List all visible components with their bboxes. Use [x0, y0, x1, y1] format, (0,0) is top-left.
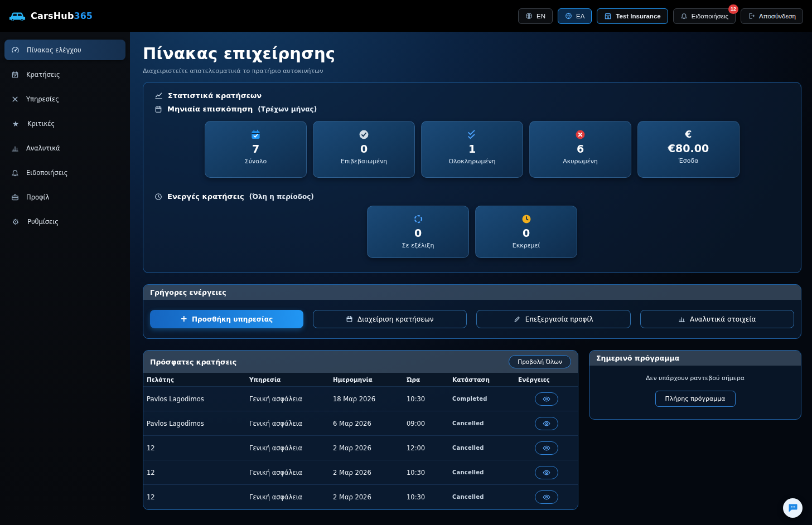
recent-bookings-title: Πρόσφατες κρατήσεις	[150, 358, 236, 366]
sidebar-item-dashboard[interactable]: Πίνακας ελέγχου	[4, 40, 125, 60]
eye-icon	[543, 444, 550, 452]
calendar-icon	[346, 315, 353, 323]
status-badge: Cancelled	[449, 460, 515, 485]
cell-date: 2 Μαρ 2026	[330, 485, 403, 509]
stat-value: 0	[360, 143, 368, 155]
cell-service: Γενική ασφάλεια	[246, 387, 330, 411]
sidebar-item-label: Αναλυτικά	[26, 144, 60, 152]
stat-label: Ακυρωμένη	[563, 158, 598, 165]
eye-icon	[543, 469, 550, 477]
brand[interactable]: CarsHub365	[9, 10, 93, 22]
today-schedule-body: Δεν υπάρχουν ραντεβού σήμερα Πλήρης πρόγ…	[589, 366, 801, 419]
stat-card-total: 7 Σύνολο	[205, 121, 307, 178]
store-icon	[604, 12, 612, 20]
lang-en-label: EN	[536, 13, 545, 20]
business-button[interactable]: Test Insurance	[597, 8, 668, 24]
stat-label: Σύνολο	[245, 158, 267, 165]
notifications-button[interactable]: Ειδοποιήσεις 12	[673, 8, 736, 24]
sidebar-item-label: Ειδοποιήσεις	[26, 169, 68, 177]
cell-customer: Pavlos Lagodimos	[143, 411, 246, 436]
sidebar-item-settings[interactable]: ⚙ Ρυθμίσεις	[4, 211, 125, 232]
stats-panel: Στατιστικά κρατήσεων Μηνιαία επισκόπηση …	[143, 82, 801, 273]
cell-customer: Pavlos Lagodimos	[143, 387, 246, 411]
sidebar-item-notifications[interactable]: Ειδοποιήσεις	[4, 162, 125, 183]
lang-el-label: ΕΛ	[576, 13, 584, 20]
monthly-overview-subtitle: (Τρέχων μήνας)	[258, 105, 317, 113]
bell-icon	[680, 12, 688, 20]
col-service: Υπηρεσία	[246, 373, 330, 387]
quick-actions-header: Γρήγορες ενέργειες	[143, 285, 801, 300]
cell-time: 10:30	[403, 387, 449, 411]
logout-label: Αποσύνδεση	[759, 13, 796, 20]
cell-service: Γενική ασφάλεια	[246, 436, 330, 460]
logout-button[interactable]: Αποσύνδεση	[741, 8, 803, 24]
today-schedule-panel: Σημερινό πρόγραμμα Δεν υπάρχουν ραντεβού…	[589, 350, 801, 420]
view-all-button[interactable]: Προβολή Όλων	[509, 355, 571, 368]
cell-time: 10:30	[403, 460, 449, 485]
cell-service: Γενική ασφάλεια	[246, 460, 330, 485]
notifications-badge: 12	[728, 4, 738, 14]
status-badge: Cancelled	[449, 436, 515, 460]
chart-icon	[11, 144, 19, 152]
recent-bookings-panel: Πρόσφατες κρατήσεις Προβολή Όλων Πελάτης…	[143, 350, 578, 510]
sidebar: Πίνακας ελέγχου Κρατήσεις Υπηρεσίες ★ Κρ…	[0, 32, 130, 525]
logout-icon	[748, 12, 755, 20]
view-booking-button[interactable]	[535, 441, 558, 455]
star-icon: ★	[11, 120, 20, 128]
sidebar-item-profile[interactable]: Προφίλ	[4, 187, 125, 207]
calendar-icon	[154, 105, 162, 113]
edit-profile-button[interactable]: Επεξεργασία προφίλ	[476, 310, 631, 328]
active-bookings-header: Ενεργές κρατήσεις (Όλη η περίοδος)	[154, 192, 790, 201]
tools-icon	[11, 95, 19, 103]
sidebar-item-reviews[interactable]: ★ Κριτικές	[4, 113, 125, 134]
view-booking-button[interactable]	[535, 490, 558, 504]
stat-label: Εκκρεμεί	[513, 242, 540, 249]
manage-bookings-button[interactable]: Διαχείριση κρατήσεων	[313, 310, 467, 328]
gear-icon: ⚙	[11, 218, 20, 226]
view-booking-button[interactable]	[535, 466, 558, 479]
col-status: Κατάσταση	[449, 373, 515, 387]
col-actions: Ενέργειες	[515, 373, 578, 387]
business-name: Test Insurance	[616, 13, 660, 20]
cell-customer: 12	[143, 436, 246, 460]
main-content: Πίνακας επιχείρησης Διαχειριστείτε αποτε…	[130, 32, 812, 525]
cell-date: 2 Μαρ 2026	[330, 460, 403, 485]
full-schedule-button[interactable]: Πλήρης πρόγραμμα	[655, 391, 736, 407]
view-booking-button[interactable]	[535, 392, 558, 406]
monthly-overview-title: Μηνιαία επισκόπηση	[167, 105, 253, 113]
sidebar-item-label: Κριτικές	[27, 120, 55, 128]
stat-value: 0	[414, 227, 422, 239]
clock-icon	[521, 214, 531, 224]
view-booking-button[interactable]	[535, 417, 558, 430]
monthly-overview-header: Μηνιαία επισκόπηση (Τρέχων μήνας)	[154, 105, 790, 113]
x-circle-icon	[575, 129, 586, 140]
empty-schedule-message: Δεν υπάρχουν ραντεβού σήμερα	[596, 375, 794, 382]
chat-icon	[787, 503, 799, 514]
stat-value: 7	[252, 143, 259, 155]
chat-widget-button[interactable]	[783, 498, 803, 518]
active-bookings-title: Ενεργές κρατήσεις	[167, 192, 244, 201]
stat-card-in-progress: 0 Σε εξέλιξη	[367, 206, 469, 258]
lang-en-button[interactable]: EN	[518, 8, 553, 24]
sidebar-item-analytics[interactable]: Αναλυτικά	[4, 138, 125, 158]
stat-card-completed: 1 Ολοκληρωμένη	[421, 121, 523, 178]
add-service-button[interactable]: + Προσθήκη υπηρεσίας	[150, 310, 303, 328]
sidebar-item-services[interactable]: Υπηρεσίες	[4, 89, 125, 109]
active-bookings-subtitle: (Όλη η περίοδος)	[249, 193, 314, 201]
clock-icon	[154, 193, 162, 201]
sidebar-item-bookings[interactable]: Κρατήσεις	[4, 64, 125, 85]
analytics-button[interactable]: Αναλυτικά στοιχεία	[640, 310, 795, 328]
stats-section-header: Στατιστικά κρατήσεων	[154, 91, 790, 100]
table-header-row: Πελάτης Υπηρεσία Ημερομηνία Ώρα Κατάστασ…	[143, 373, 578, 387]
edit-icon	[514, 315, 521, 323]
gauge-icon	[11, 46, 20, 54]
globe-icon	[565, 12, 572, 20]
eye-icon	[543, 395, 550, 403]
quick-actions-buttons: + Προσθήκη υπηρεσίας Διαχείριση κρατήσεω…	[143, 300, 801, 338]
col-date: Ημερομηνία	[330, 373, 403, 387]
plus-icon: +	[180, 315, 187, 323]
lang-el-button[interactable]: ΕΛ	[558, 8, 592, 24]
page-subtitle: Διαχειριστείτε αποτελεσματικά το πρατήρι…	[143, 67, 801, 75]
col-customer: Πελάτης	[143, 373, 246, 387]
stat-label: Έσοδα	[679, 157, 699, 164]
